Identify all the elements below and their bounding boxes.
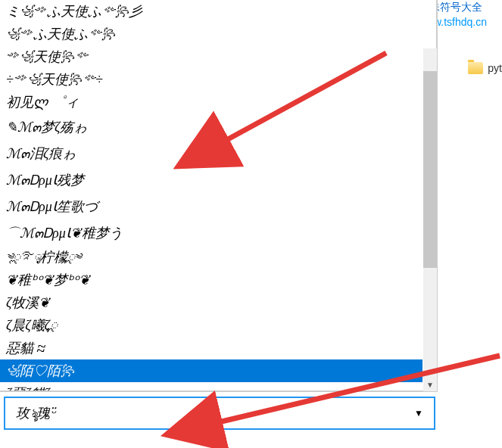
folder-icon — [468, 62, 483, 74]
list-item[interactable]: ༄ೢ࿐ೃ柠檬ೢ༄ — [0, 246, 422, 269]
list-item[interactable]: ℳ๓ᎠρμƖ笙歌づ — [0, 193, 422, 219]
scrollbar-down-arrow[interactable]: ▼ — [423, 378, 437, 391]
folder-item[interactable]: pyt — [468, 62, 502, 74]
scrollbar-thumb[interactable] — [423, 71, 437, 268]
list-item[interactable]: ꧁陌♡陌꧂ — [0, 359, 422, 382]
list-item[interactable]: 初见ლ ゜ィ — [0, 91, 422, 114]
symbol-list[interactable]: ミ꧁༺ふ天使ふ༻꧂彡꧁༺ふ天使ふ༻꧂༺꧁天使꧂༻÷༺꧁天使꧂༻÷初见ლ ゜ィ✎ℳ… — [0, 0, 422, 390]
list-item[interactable]: ✎ℳ๓梦ζ殇ゎ — [0, 114, 422, 140]
list-item[interactable]: ミ꧁༺ふ天使ふ༻꧂彡 — [0, 0, 422, 23]
list-item[interactable]: ζ晨ζ曦ζೢ — [0, 314, 422, 337]
list-item[interactable]: ⌒ℳ๓ᎠρμƖ❦稚梦う — [0, 219, 422, 246]
list-item[interactable]: ζ牧溪❦ — [0, 291, 422, 314]
folder-label: pyt — [488, 62, 502, 74]
list-item[interactable]: ℳ๓ᎠρμƖ残梦 — [0, 166, 422, 193]
list-item[interactable]: ÷༺꧁天使꧂༻÷ — [0, 68, 422, 91]
chevron-down-icon: ▼ — [414, 408, 423, 419]
listbox: ミ꧁༺ふ天使ふ༻꧂彡꧁༺ふ天使ふ༻꧂༺꧁天使꧂༻÷༺꧁天使꧂༻÷初见ლ ゜ィ✎ℳ… — [0, 0, 438, 392]
dropdown-select[interactable]: 玫ৡ瑰ᵕ̈ ▼ — [4, 397, 435, 430]
list-item[interactable]: 惡貓ꉆ — [0, 337, 422, 359]
scrollbar[interactable]: ▼ — [423, 48, 437, 391]
list-item[interactable]: ❦稚ᵇᵒ❦梦ᵇᵒ❦ — [0, 269, 422, 291]
list-item[interactable]: ꧁༺ふ天使ふ༻꧂ — [0, 23, 422, 45]
list-item[interactable]: ℳ๓泪ζ痕ゎ — [0, 140, 422, 166]
dropdown-value: 玫ৡ瑰ᵕ̈ — [16, 404, 55, 422]
list-item[interactable]: ༺꧁天使꧂༻ — [0, 45, 422, 68]
list-item[interactable]: ζ惡ζ貓ζೢ.♡ — [0, 382, 422, 390]
